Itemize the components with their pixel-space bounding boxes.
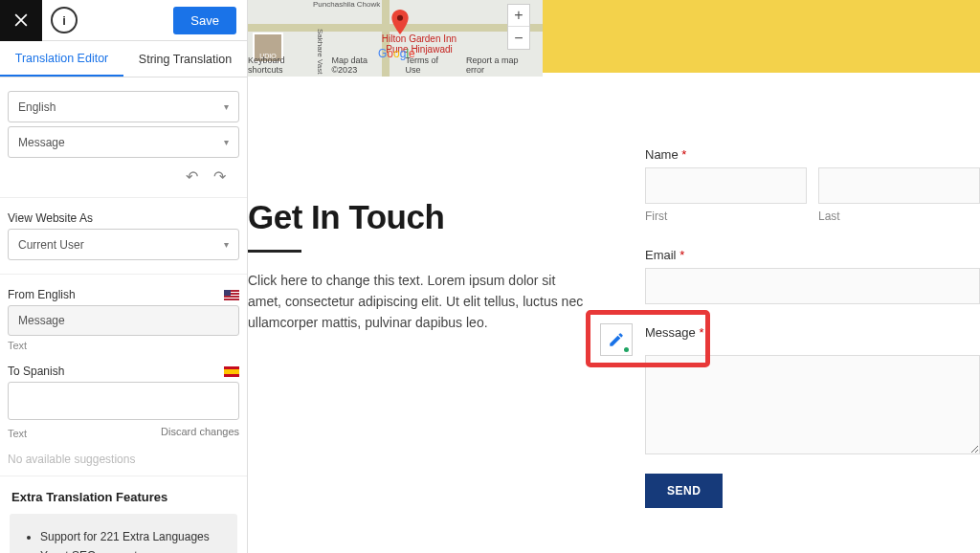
map-terms-link[interactable]: Terms of Use bbox=[405, 55, 455, 75]
contact-form: Name * First Last Email * Message * bbox=[645, 147, 980, 508]
chevron-down-icon: ▾ bbox=[224, 137, 229, 147]
features-title: Extra Translation Features bbox=[11, 490, 235, 504]
map-data-text: Map data ©2023 bbox=[331, 55, 393, 75]
undo-redo-bar: ↶ ↷ bbox=[8, 162, 239, 188]
tab-translation-editor[interactable]: Translation Editor bbox=[0, 41, 123, 77]
map-embed[interactable]: Punchashila Chowk Sakhare Vast Hilton Ga… bbox=[248, 0, 543, 77]
language-select[interactable]: English ▾ bbox=[8, 91, 239, 122]
from-hint: Text bbox=[8, 340, 239, 351]
features-section: Extra Translation Features Support for 2… bbox=[0, 490, 247, 553]
tab-string-translation[interactable]: String Translation bbox=[123, 41, 247, 77]
send-button[interactable]: SEND bbox=[645, 474, 723, 508]
map-report-link[interactable]: Report a map error bbox=[466, 55, 537, 75]
from-label: From English bbox=[8, 288, 76, 301]
website-preview: Punchashila Chowk Sakhare Vast Hilton Ga… bbox=[248, 0, 980, 553]
to-hint: Text bbox=[8, 428, 27, 439]
map-shortcuts-link[interactable]: Keyboard shortcuts bbox=[248, 55, 320, 75]
svg-point-0 bbox=[397, 15, 403, 21]
map-zoom: + − bbox=[507, 4, 530, 50]
undo-button[interactable]: ↶ bbox=[186, 167, 198, 186]
header-band bbox=[543, 0, 980, 73]
features-box: Support for 221 Extra Languages Yoast SE… bbox=[10, 514, 237, 553]
page-description[interactable]: Click here to change this text. Lorem ip… bbox=[248, 270, 592, 333]
info-icon: i bbox=[62, 13, 66, 28]
feature-item: Yoast SEO support bbox=[40, 546, 228, 553]
heading-divider bbox=[248, 250, 301, 253]
email-label: Email * bbox=[645, 248, 980, 262]
map-footer: Keyboard shortcuts Map data ©2023 Terms … bbox=[248, 55, 543, 75]
message-field-wrapper: Message * bbox=[645, 325, 980, 458]
close-icon bbox=[11, 11, 31, 30]
last-name-input[interactable] bbox=[818, 167, 980, 204]
sidebar-tabs: Translation Editor String Translation bbox=[0, 41, 247, 77]
view-as-label: View Website As bbox=[8, 211, 239, 225]
no-suggestions: No available suggestions bbox=[8, 453, 239, 466]
translate-field-button[interactable] bbox=[600, 323, 633, 356]
language-select-value: English bbox=[18, 100, 56, 114]
zoom-in-button[interactable]: + bbox=[508, 5, 529, 27]
first-sublabel: First bbox=[645, 210, 807, 223]
discard-changes-link[interactable]: Discard changes bbox=[161, 426, 239, 437]
required-asterisk: * bbox=[679, 248, 684, 262]
close-button[interactable] bbox=[0, 0, 42, 41]
to-label-row: To Spanish bbox=[8, 365, 239, 378]
info-button[interactable]: i bbox=[51, 7, 78, 33]
redo-button[interactable]: ↷ bbox=[213, 167, 226, 186]
status-dot-icon bbox=[624, 347, 629, 352]
content-select[interactable]: Message ▾ bbox=[8, 126, 239, 158]
from-english-input[interactable]: Message bbox=[8, 305, 239, 336]
chevron-down-icon: ▾ bbox=[224, 101, 229, 112]
feature-item: Support for 221 Extra Languages bbox=[40, 527, 228, 546]
translation-section: From English Message Text To Spanish Tex… bbox=[0, 275, 247, 476]
from-label-row: From English bbox=[8, 288, 239, 301]
sidebar-top-bar: i Save bbox=[0, 0, 247, 41]
flag-es-icon bbox=[224, 366, 239, 377]
view-as-section: View Website As Current User ▾ bbox=[0, 198, 247, 275]
content-select-value: Message bbox=[18, 136, 65, 149]
pencil-icon bbox=[608, 331, 625, 348]
map-pin-icon[interactable] bbox=[390, 10, 411, 34]
name-row: First Last bbox=[645, 167, 980, 223]
to-spanish-input[interactable] bbox=[8, 382, 239, 420]
view-as-value: Current User bbox=[18, 238, 84, 252]
save-button[interactable]: Save bbox=[173, 7, 236, 34]
first-name-input[interactable] bbox=[645, 167, 807, 204]
to-footer-row: Text Discard changes bbox=[8, 424, 239, 439]
chevron-down-icon: ▾ bbox=[224, 239, 229, 250]
view-as-select[interactable]: Current User ▾ bbox=[8, 229, 239, 260]
last-sublabel: Last bbox=[818, 210, 980, 223]
flag-us-icon bbox=[224, 290, 239, 300]
to-label: To Spanish bbox=[8, 365, 64, 378]
map-label-chowk: Punchashila Chowk bbox=[313, 0, 380, 9]
translation-sidebar: i Save Translation Editor String Transla… bbox=[0, 0, 248, 553]
name-label: Name * bbox=[645, 147, 980, 162]
language-section: English ▾ Message ▾ ↶ ↷ bbox=[0, 77, 247, 198]
required-asterisk: * bbox=[681, 147, 686, 162]
message-textarea[interactable] bbox=[645, 355, 980, 454]
zoom-out-button[interactable]: − bbox=[508, 27, 529, 49]
email-input[interactable] bbox=[645, 268, 980, 304]
